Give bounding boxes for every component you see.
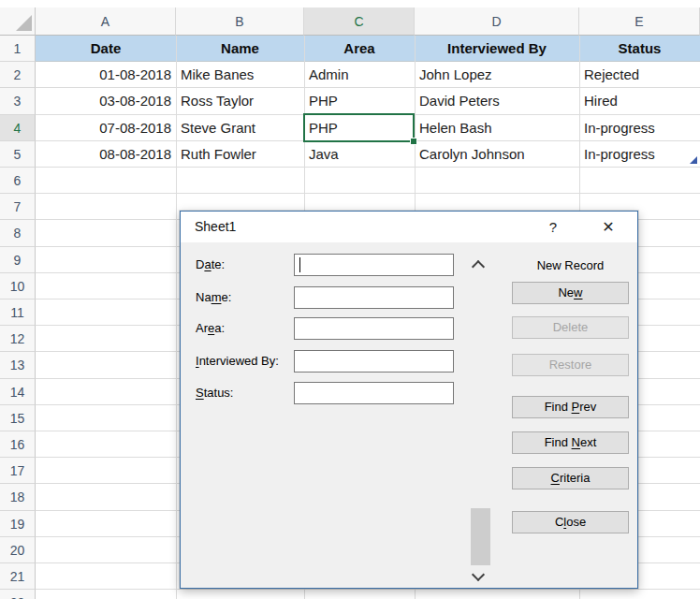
sheet-row-5[interactable]: 08-08-2018Ruth FowlerJavaCarolyn Johnson… [36,141,700,168]
field-input-interviewed-by[interactable] [294,350,454,373]
cell-B4[interactable]: Steve Grant [176,115,304,140]
cell-E3[interactable]: Hired [579,88,700,113]
row-header-11[interactable]: 11 [0,300,36,326]
find-next-button-label-accel: N [572,435,580,449]
new-button[interactable]: New [512,282,629,304]
restore-button-label-pre: Restore [549,358,592,372]
sheet-row-1[interactable]: DateNameAreaInterviewed ByStatus [36,36,700,62]
field-label-date-pre: D [196,257,204,271]
row-header-8[interactable]: 8 [0,220,36,246]
new-button-label-accel: w [574,285,582,300]
cell-E1[interactable]: Status [579,36,700,61]
row-header-19[interactable]: 19 [0,511,36,537]
row-header-15[interactable]: 15 [0,405,36,431]
sheet-row-3[interactable]: 03-08-2018Ross TaylorPHPDavid PetersHire… [36,88,700,114]
row-header-1[interactable]: 1 [0,36,36,62]
field-label-area-pre: Ar [196,321,208,335]
field-label-interviewed-by: Interviewed By: [196,350,279,373]
find-next-button[interactable]: Find Next [512,431,629,454]
row-header-7[interactable]: 7 [0,194,36,220]
row-header-6[interactable]: 6 [0,168,36,194]
used-range-corner-icon [690,156,697,164]
cell-D5[interactable]: Carolyn Johnson [415,141,579,167]
select-all-icon [16,15,32,31]
chevron-down-icon[interactable] [472,568,485,581]
field-input-date[interactable] [294,254,454,276]
delete-button: Delete [512,316,629,339]
select-all-button[interactable] [0,7,36,36]
field-label-status: Status: [196,382,233,404]
cell-A2[interactable]: 01-08-2018 [36,62,176,87]
column-header-C[interactable]: C [304,7,415,36]
cell-C3[interactable]: PHP [304,88,415,113]
cell-A1[interactable]: Date [36,36,176,61]
row-header-21[interactable]: 21 [0,563,36,590]
close-icon[interactable]: ✕ [591,212,626,242]
field-label-name: Name: [196,286,231,309]
cell-B1[interactable]: Name [176,36,304,61]
cell-C2[interactable]: Admin [304,62,415,87]
row-header-3[interactable]: 3 [0,88,36,114]
field-input-name[interactable] [294,286,454,309]
cell-C5[interactable]: Java [304,141,415,167]
cell-E5[interactable]: In-progress [579,141,700,167]
scrollbar-thumb[interactable] [471,508,490,565]
cell-B3[interactable]: Ross Taylor [176,88,304,113]
sheet-row-6[interactable] [36,168,700,194]
field-label-name-pre: Na [196,290,211,304]
cell-D3[interactable]: David Peters [415,88,579,113]
cell-C1[interactable]: Area [304,36,415,61]
close-button[interactable]: Close [512,511,629,533]
field-label-area: Area: [196,317,225,340]
column-header-A[interactable]: A [36,7,176,36]
cell-A5[interactable]: 08-08-2018 [36,141,176,167]
row-header-17[interactable]: 17 [0,458,36,484]
field-label-date-post: te: [211,257,225,271]
cell-D4[interactable]: Helen Bash [415,115,579,140]
find-prev-button-label-post: rev [579,400,596,414]
dialog-titlebar: Sheet1 ? ✕ [181,212,637,242]
cell-A3[interactable]: 03-08-2018 [36,88,176,113]
cell-D1[interactable]: Interviewed By [415,36,579,61]
dialog-title: Sheet1 [195,212,236,242]
cell-A4[interactable]: 07-08-2018 [36,115,176,140]
field-label-name-post: e: [221,290,231,304]
criteria-button-label-post: riteria [560,471,591,485]
row-header-18[interactable]: 18 [0,484,36,510]
row-header-14[interactable]: 14 [0,379,36,405]
row-header-10[interactable]: 10 [0,273,36,300]
row-header-22[interactable]: 22 [0,590,36,599]
find-prev-button[interactable]: Find Prev [512,396,629,418]
row-header-2[interactable]: 2 [0,62,36,88]
cell-E2[interactable]: Rejected [579,62,700,87]
field-input-status[interactable] [294,382,454,404]
column-header-E[interactable]: E [579,7,700,36]
cell-D2[interactable]: John Lopez [415,62,579,87]
cell-B5[interactable]: Ruth Fowler [176,141,304,167]
row-header-16[interactable]: 16 [0,431,36,458]
fill-handle[interactable] [410,138,417,145]
row-header-20[interactable]: 20 [0,537,36,563]
sheet-row-22[interactable] [36,590,700,599]
sheet-row-2[interactable]: 01-08-2018Mike BanesAdminJohn LopezRejec… [36,62,700,88]
row-header-4[interactable]: 4 [0,115,36,141]
column-header-B[interactable]: B [176,7,304,36]
criteria-button-label-accel: C [551,471,560,485]
close-button-label-pre: C [555,515,563,529]
cell-B2[interactable]: Mike Banes [176,62,304,87]
row-header-12[interactable]: 12 [0,326,36,352]
find-next-button-label-pre: Find [545,435,572,449]
help-icon[interactable]: ? [535,212,571,242]
row-header-13[interactable]: 13 [0,352,36,378]
field-input-area[interactable] [294,317,454,340]
chevron-up-icon[interactable] [472,260,485,273]
criteria-button[interactable]: Criteria [512,467,629,489]
row-header-9[interactable]: 9 [0,247,36,273]
find-next-button-label-post: ext [580,435,596,449]
text-caret [299,257,300,272]
field-label-date-accel: a [204,257,211,271]
column-header-D[interactable]: D [415,7,579,36]
row-header-5[interactable]: 5 [0,141,36,168]
cell-E4[interactable]: In-progress [579,115,700,140]
restore-button: Restore [512,354,629,376]
